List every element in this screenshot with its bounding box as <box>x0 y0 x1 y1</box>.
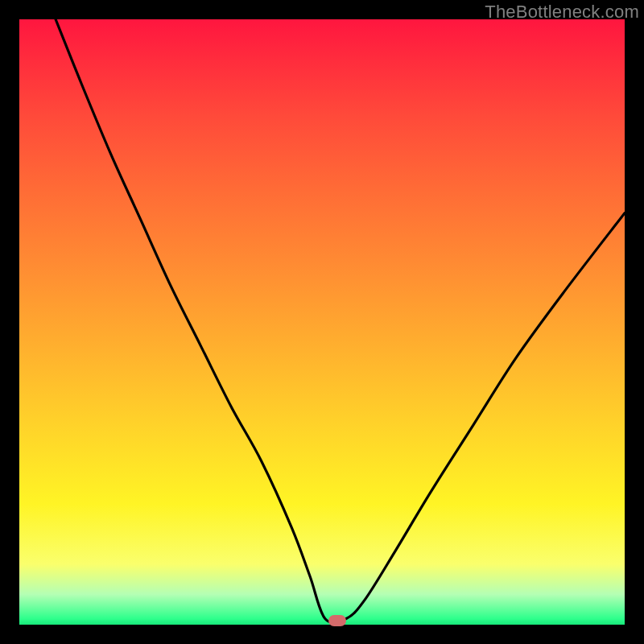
curve-path <box>56 19 625 622</box>
plot-area <box>19 19 625 625</box>
watermark-text: TheBottleneck.com <box>485 2 639 23</box>
optimal-marker <box>328 615 346 626</box>
chart-frame: TheBottleneck.com <box>0 0 644 644</box>
bottleneck-curve <box>19 19 625 625</box>
